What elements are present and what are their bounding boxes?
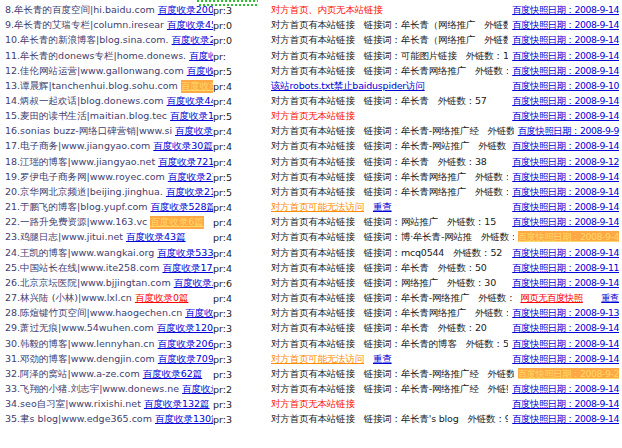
baidu-included-link[interactable]: 百度收录173篇	[170, 110, 213, 123]
anchor-keyword: 链接词：牟长青网络推广	[364, 307, 466, 320]
baidu-included-link[interactable]: 百度收录533篇	[157, 247, 213, 260]
pagerank-value: pr:5	[213, 187, 271, 198]
snapshot-date-link[interactable]: 百度快照日期：2008-9-11	[512, 262, 619, 273]
snapshot-date-link[interactable]: 百度快照日期：2008-9-14	[512, 247, 619, 258]
snapshot-date-link[interactable]: 百度快照日期：2008-9-9	[518, 125, 619, 136]
link-status-cell: 对方首页可能无法访问 重查	[271, 353, 508, 366]
baidu-included-link[interactable]: 百度收录528篇	[150, 201, 213, 214]
snapshot-date-link[interactable]: 百度快照日期：2008-9-14	[512, 50, 619, 61]
table-row: 10.牟长青的新浪博客|blog.sina.com. 百度收录23200000篇…	[0, 33, 622, 48]
pagerank-value: pr:4	[213, 96, 271, 107]
snapshot-date-link[interactable]: 百度快照日期：2008-9-10	[512, 80, 619, 91]
link-status-cell: 对方首页可能无法访问 重查	[271, 201, 508, 214]
anchor-keyword: 链接词：牟长青网络推广	[364, 171, 466, 184]
anchor-keyword: 链接词：可能图片链接	[364, 50, 457, 63]
snapshot-date-link[interactable]: 百度快照日期：2008-9-14	[512, 65, 619, 76]
table-row: 18.江瑶的博客|www.jiangyao.net 百度收录721篇 pr:4 …	[0, 155, 622, 170]
table-row: 20.京华网北京频道|beijing.jinghua. 百度收录21500篇 p…	[0, 185, 622, 200]
snapshot-date-link[interactable]: 百度快照日期：2008-9-14	[512, 383, 619, 394]
baidu-included-link[interactable]: 百度收录156000篇	[189, 50, 213, 63]
baidu-included-link[interactable]: 百度收录21500篇	[166, 186, 213, 199]
baidu-included-link[interactable]: 百度收录6篇	[150, 216, 204, 229]
site-cell: 32.阿泽的窝站|www.a-ze.com 百度收录62篇	[0, 368, 213, 381]
baidu-included-link[interactable]: 百度收录226篇	[185, 307, 213, 320]
snapshot-recheck-link[interactable]: 重查	[601, 292, 619, 303]
baidu-included-link[interactable]: 百度收录130篇	[155, 413, 213, 426]
baidu-included-link[interactable]: 百度收录0篇	[135, 292, 189, 305]
snapshot-date-link[interactable]: 百度快照日期：2008-9-14	[512, 186, 619, 197]
robots-blocked-link[interactable]: 该站robots.txt禁止baiduspider访问	[271, 80, 425, 93]
baidu-included-link[interactable]: 百度收录443000篇	[167, 95, 213, 108]
site-label: 31.邓劲的博客|www.dengjin.com	[5, 353, 155, 366]
snapshot-date-link[interactable]: 百度快照日期：2008-9-14	[512, 95, 619, 106]
snapshot-date-link[interactable]: 百度快照日期：2008-9-12	[512, 156, 619, 167]
snapshot-date-link[interactable]: 百度快照日期：2008-9-14	[512, 140, 619, 151]
snapshot-date-link[interactable]: 百度快照日期：2008-9-2	[518, 368, 619, 379]
baidu-included-link[interactable]: 百度收录276篇	[168, 171, 213, 184]
pagerank-value: pr:4	[213, 263, 271, 274]
pagerank-value: pr:4	[213, 81, 271, 92]
anchor-keyword: 链接词：牟长青's blog	[364, 413, 459, 426]
baidu-included-link[interactable]: 百度收录103篇	[175, 125, 213, 138]
snapshot-cell: 百度快照日期：2008-9-14	[512, 338, 622, 351]
baidu-included-link[interactable]: 百度收录43篇	[126, 231, 186, 244]
status-recheck-link[interactable]: 重查	[373, 201, 392, 214]
anchor-keyword: 链接词：牟长青（网络推广	[364, 34, 476, 47]
baidu-included-link[interactable]: 百度收录45000篇	[167, 19, 213, 32]
outlink-count: 外链数：9	[468, 413, 509, 426]
baidu-included-link[interactable]: 百度收录709篇	[158, 353, 213, 366]
outlink-count: 外链数：40	[475, 171, 508, 184]
snapshot-date-link[interactable]: 百度快照日期：2008-9-14	[512, 171, 619, 182]
snapshot-date-link[interactable]: 百度快照日期：2008-9-14	[512, 413, 619, 424]
outlink-count: 外链数：27	[488, 368, 514, 381]
table-row: 17.电子商务|www.jiangyao.com 百度收录30篇 pr:4 对方…	[0, 139, 622, 154]
table-row: 29.萧过无痕|www.54wuhen.com 百度收录12000篇 pr:3 …	[0, 321, 622, 336]
pagerank-value: pr:4	[213, 217, 271, 228]
baidu-included-link[interactable]: 百度收录1720篇	[162, 262, 213, 275]
site-cell: 13.谭晨辉|tanchenhui.blog.sohu.com 百度收录5篇	[0, 80, 213, 93]
snapshot-date-link[interactable]: 百度快照日期：2008-9-14	[512, 201, 619, 212]
site-cell: 35.聿s blog|www.edge365.com 百度收录130篇	[0, 413, 213, 426]
baidu-included-link[interactable]: 百度收录1000篇	[187, 65, 213, 78]
snapshot-cell: 百度快照日期：2008-9-14	[512, 383, 622, 396]
snapshot-date-link[interactable]: 百度快照日期：2008-9-14	[512, 398, 619, 409]
anchor-keyword: 链接词：牟长青（网络推广	[364, 19, 476, 32]
site-cell: 18.江瑶的博客|www.jiangyao.net 百度收录721篇	[0, 156, 213, 169]
baidu-included-link[interactable]: 百度收录2000000篇	[158, 4, 213, 17]
baidu-included-link[interactable]: 百度收录62篇	[143, 368, 203, 381]
baidu-included-link[interactable]: 百度收录23200000篇	[172, 34, 213, 47]
baidu-included-link[interactable]: 百度收录2030篇	[174, 277, 213, 290]
baidu-included-link[interactable]: 百度收录721篇	[158, 156, 213, 169]
baidu-included-link[interactable]: 百度收录30篇	[153, 140, 213, 153]
site-cell: 34.seo自习室|www.rixishi.net 百度收录132篇	[0, 398, 213, 411]
snapshot-date-link[interactable]: 百度快照日期：2008-9-14	[512, 4, 619, 15]
snapshot-date-link[interactable]: 百度快照日期：2008-9-14	[512, 34, 619, 45]
snapshot-date-link[interactable]: 百度快照日期：2008-9-14	[512, 338, 619, 349]
link-status-cell: 对方首页有本站链接 链接词：mcq0544 外链数：52	[271, 247, 508, 260]
no-snapshot-label[interactable]: 网页无百度快照	[520, 292, 582, 303]
table-row: 13.谭晨辉|tanchenhui.blog.sohu.com 百度收录5篇 p…	[0, 79, 622, 94]
baidu-included-link[interactable]: 百度收录132篇	[144, 398, 210, 411]
snapshot-date-link[interactable]: 百度快照日期：2008-9-14	[512, 19, 619, 30]
site-cell: 15.麦田的读书生活|maitian.blog.tec 百度收录173篇	[0, 110, 213, 123]
table-row: 14.炳叔一起欢话|blog.donews.com 百度收录443000篇 pr…	[0, 94, 622, 109]
anchor-keyword: 链接词：网络推广	[364, 277, 438, 290]
snapshot-date-link[interactable]: 百度快照日期：2008-9-4	[518, 231, 619, 242]
site-cell: 12.佳伦网站运营|www.gallonwang.com 百度收录1000篇	[0, 65, 213, 78]
snapshot-date-link[interactable]: 百度快照日期：2008-9-14	[512, 277, 619, 288]
snapshot-date-link[interactable]: 百度快照日期：2008-9-14	[512, 322, 619, 333]
site-label: 26.北京京坛医院|www.bjjingtan.com	[5, 277, 171, 290]
anchor-keyword: 链接词：牟长青	[364, 262, 429, 275]
snapshot-date-link[interactable]: 百度快照日期：2008-9-14	[512, 353, 619, 364]
site-cell: 29.萧过无痕|www.54wuhen.com 百度收录12000篇	[0, 322, 213, 335]
snapshot-date-link[interactable]: 百度快照日期：2008-9-14	[512, 110, 619, 121]
snapshot-cell: 百度快照日期：2008-9-14	[512, 50, 622, 63]
snapshot-date-link[interactable]: 百度快照日期：2008-9-13	[512, 307, 619, 318]
status-recheck-link[interactable]: 重查	[373, 353, 392, 366]
snapshot-date-link[interactable]: 百度快照日期：2008-9-14	[512, 216, 619, 227]
baidu-included-link[interactable]: 百度收录5篇	[181, 80, 213, 93]
baidu-included-link[interactable]: 百度收录575篇	[182, 383, 213, 396]
outlink-count: 外链数：15	[447, 216, 496, 229]
baidu-included-link[interactable]: 百度收录12000篇	[157, 322, 213, 335]
baidu-included-link[interactable]: 百度收录206篇	[158, 338, 213, 351]
